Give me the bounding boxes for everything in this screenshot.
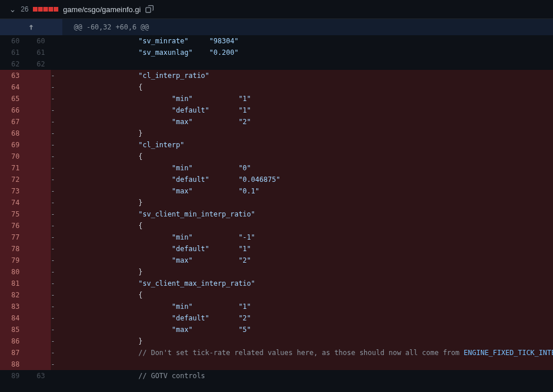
code-cell: "max" "2" [55, 255, 553, 266]
code-cell: "default" "2" [55, 312, 553, 324]
diff-line: 74- } [0, 197, 553, 208]
line-number-old[interactable]: 80 [0, 266, 25, 278]
line-number-old[interactable]: 82 [0, 289, 25, 301]
file-path[interactable]: game/csgo/gameinfo.gi [63, 5, 140, 14]
diff-marker: - [51, 162, 55, 174]
line-number-new[interactable] [25, 347, 51, 359]
line-number-new[interactable] [25, 104, 51, 116]
line-number-old[interactable]: 83 [0, 301, 25, 312]
line-number-new[interactable] [25, 139, 51, 151]
diffstat-block [48, 7, 53, 12]
line-number-new[interactable] [25, 174, 51, 185]
line-number-new[interactable] [25, 278, 51, 289]
line-number-new[interactable] [25, 81, 51, 93]
copy-icon[interactable] [145, 5, 154, 13]
line-number-new[interactable] [25, 70, 51, 81]
diff-marker: - [51, 243, 55, 255]
line-number-old[interactable]: 78 [0, 243, 25, 255]
line-number-old[interactable]: 68 [0, 128, 25, 139]
line-number-new[interactable] [25, 197, 51, 208]
line-number-old[interactable]: 66 [0, 104, 25, 116]
line-number-new[interactable] [25, 335, 51, 347]
diff-line: 65- "min" "1" [0, 93, 553, 104]
line-number-old[interactable]: 67 [0, 116, 25, 128]
line-number-new[interactable] [25, 301, 51, 312]
line-number-new[interactable] [25, 255, 51, 266]
line-number-old[interactable]: 64 [0, 81, 25, 93]
chevron-down-icon[interactable]: ⌄ [9, 5, 16, 14]
code-cell: // Don't set tick-rate related values he… [55, 347, 553, 359]
diff-marker: - [51, 278, 55, 289]
line-number-new[interactable] [25, 208, 51, 220]
line-number-old[interactable]: 61 [0, 47, 25, 58]
code-cell: "sv_client_max_interp_ratio" [55, 278, 553, 289]
line-number-new[interactable] [25, 312, 51, 324]
line-number-old[interactable]: 72 [0, 174, 25, 185]
diff-line: 87- // Don't set tick-rate related value… [0, 347, 553, 359]
line-number-new[interactable] [25, 116, 51, 128]
code-cell: // GOTV controls [55, 370, 553, 382]
line-number-old[interactable]: 88 [0, 359, 25, 370]
line-number-old[interactable]: 89 [0, 370, 25, 382]
line-number-new[interactable] [25, 128, 51, 139]
line-number-new[interactable] [25, 185, 51, 197]
line-number-old[interactable]: 84 [0, 312, 25, 324]
diff-line: 63- "cl_interp_ratio" [0, 70, 553, 81]
line-number-old[interactable]: 85 [0, 324, 25, 335]
line-number-new[interactable]: 62 [25, 58, 51, 70]
line-number-new[interactable]: 61 [25, 47, 51, 58]
diff-line: 86- } [0, 335, 553, 347]
diff-table: 6060 "sv_minrate" "98304"6161 "sv_maxunl… [0, 35, 553, 382]
line-number-old[interactable]: 65 [0, 93, 25, 104]
line-number-old[interactable]: 73 [0, 185, 25, 197]
diff-marker: - [51, 116, 55, 128]
line-number-old[interactable]: 63 [0, 70, 25, 81]
line-number-old[interactable]: 69 [0, 139, 25, 151]
line-number-new[interactable] [25, 289, 51, 301]
diff-line: 73- "max" "0.1" [0, 185, 553, 197]
diff-line: 69- "cl_interp" [0, 139, 553, 151]
hunk-header: @@ -60,32 +60,6 @@ [0, 19, 553, 35]
line-number-old[interactable]: 79 [0, 255, 25, 266]
line-number-old[interactable]: 74 [0, 197, 25, 208]
code-cell: "max" "0.1" [55, 185, 553, 197]
line-number-new[interactable]: 63 [25, 370, 51, 382]
line-number-old[interactable]: 60 [0, 35, 25, 47]
line-number-old[interactable]: 62 [0, 58, 25, 70]
diff-line: 6262 [0, 58, 553, 70]
line-number-old[interactable]: 77 [0, 232, 25, 243]
line-number-old[interactable]: 86 [0, 335, 25, 347]
line-number-new[interactable] [25, 359, 51, 370]
line-number-new[interactable] [25, 93, 51, 104]
code-cell [55, 359, 553, 370]
line-number-new[interactable] [25, 162, 51, 174]
line-number-new[interactable]: 60 [25, 35, 51, 47]
line-number-old[interactable]: 87 [0, 347, 25, 359]
line-number-old[interactable]: 71 [0, 162, 25, 174]
diff-marker: - [51, 289, 55, 301]
line-number-old[interactable]: 70 [0, 151, 25, 162]
diff-line: 82- { [0, 289, 553, 301]
line-number-new[interactable] [25, 220, 51, 232]
line-number-new[interactable] [25, 324, 51, 335]
line-number-old[interactable]: 76 [0, 220, 25, 232]
diff-marker: - [51, 301, 55, 312]
line-number-new[interactable] [25, 151, 51, 162]
diff-line: 78- "default" "1" [0, 243, 553, 255]
line-number-new[interactable] [25, 232, 51, 243]
line-number-new[interactable] [25, 266, 51, 278]
code-cell: "max" "2" [55, 116, 553, 128]
code-cell: "min" "-1" [55, 232, 553, 243]
file-header: ⌄ 26 game/csgo/gameinfo.gi [0, 0, 553, 19]
line-number-old[interactable]: 81 [0, 278, 25, 289]
line-number-old[interactable]: 75 [0, 208, 25, 220]
diffstat [33, 7, 58, 12]
code-cell: "min" "1" [55, 93, 553, 104]
diff-line: 6161 "sv_maxunlag" "0.200" [0, 47, 553, 58]
code-cell: "sv_maxunlag" "0.200" [55, 47, 553, 58]
diff-line: 83- "min" "1" [0, 301, 553, 312]
line-number-new[interactable] [25, 243, 51, 255]
code-cell: { [55, 81, 553, 93]
expand-up-icon[interactable] [0, 19, 62, 35]
diff-line: 80- } [0, 266, 553, 278]
